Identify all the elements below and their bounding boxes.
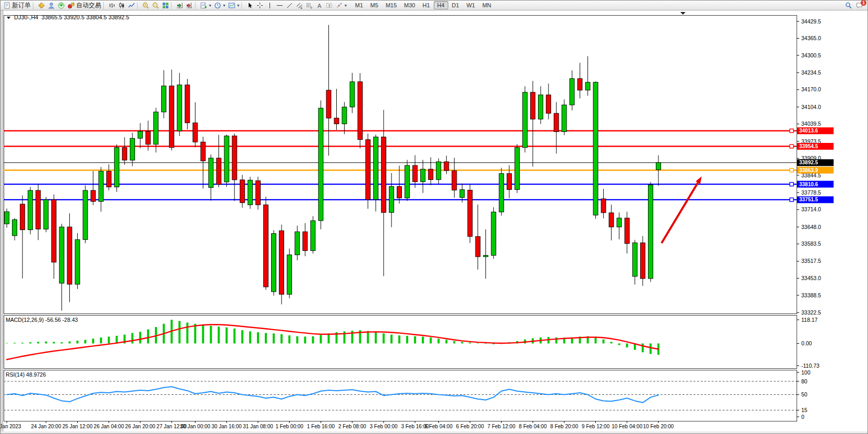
price-tick-label: 33453.0 — [801, 275, 821, 281]
templates-button[interactable]: ▾ — [227, 1, 241, 9]
macd-histogram-bar — [218, 327, 220, 343]
candle — [67, 227, 72, 284]
candle — [303, 232, 308, 250]
candle — [562, 105, 567, 131]
timeframe-m15-button[interactable]: M15 — [382, 1, 400, 9]
time-tick-label: 24 Jan 20:00 — [31, 424, 61, 429]
search-button[interactable] — [845, 2, 852, 9]
candle — [381, 137, 386, 213]
chart-shift-button[interactable] — [185, 1, 194, 9]
timeframe-mn-button[interactable]: MN — [479, 1, 495, 9]
candle — [295, 232, 300, 255]
candle — [507, 174, 511, 190]
channel-button[interactable]: E — [295, 1, 304, 9]
timeframe-h1-button[interactable]: H1 — [419, 1, 433, 9]
macd-histogram-bar — [257, 332, 259, 344]
time-tick-label: 26 Jan 04:00 — [94, 424, 124, 429]
autotrade-icon — [68, 2, 75, 9]
chat-button[interactable]: 1 — [856, 2, 863, 9]
arrows-button[interactable]: ▾ — [334, 1, 348, 9]
candle — [334, 118, 339, 124]
zoom-out-button[interactable] — [151, 1, 161, 9]
tile-windows-button[interactable] — [161, 1, 170, 9]
candle — [546, 95, 551, 113]
macd-histogram-bar — [84, 340, 87, 344]
chevron-down-icon[interactable]: ▾ — [237, 3, 239, 8]
label-button[interactable]: T — [324, 1, 334, 9]
candle-chart-button[interactable] — [117, 1, 127, 9]
price-tick-label: 33517.5 — [801, 258, 821, 264]
chevron-down-icon[interactable]: ▾ — [223, 3, 225, 8]
chart-canvas[interactable]: MACD(12,26,9) -56.56 -28.43RSI(14) 48.97… — [1, 1, 868, 434]
vline-button[interactable] — [265, 1, 275, 9]
time-tick-label: 31 Jan 08:00 — [243, 424, 273, 429]
hline-handle[interactable] — [790, 129, 793, 132]
macd-histogram-bar — [37, 342, 39, 343]
candle — [350, 82, 354, 107]
rsi-label: RSI(14) 48.9726 — [6, 371, 46, 378]
profile-button[interactable] — [46, 1, 56, 9]
signal-icon — [58, 2, 65, 9]
macd-histogram-bar — [288, 335, 290, 343]
crosshair-button[interactable] — [255, 1, 265, 9]
candle — [483, 256, 488, 257]
time-tick-label: 30 Jan 00:00 — [180, 424, 211, 429]
chevron-down-icon[interactable]: ▾ — [209, 3, 211, 8]
price-tick-label: 33778.5 — [801, 189, 821, 196]
timeframe-h4-button[interactable]: H4 — [434, 1, 448, 9]
candle — [640, 243, 645, 279]
text-button[interactable]: A — [314, 1, 324, 9]
svg-text:33954.5: 33954.5 — [799, 143, 818, 149]
candle — [83, 190, 88, 239]
time-tick-label: 3 Feb 00:00 — [370, 424, 398, 429]
macd-histogram-bar — [234, 329, 236, 344]
diamond-icon — [38, 2, 45, 9]
line-chart-button[interactable] — [127, 1, 137, 9]
candle — [287, 255, 292, 295]
hline-handle[interactable] — [790, 144, 793, 148]
cursor-button[interactable] — [245, 1, 255, 9]
candle — [248, 180, 252, 204]
chartshift-icon — [186, 2, 193, 9]
macd-histogram-bar — [92, 339, 94, 343]
time-tick-label: 6 Feb 20:00 — [456, 424, 484, 429]
signal-button[interactable] — [56, 1, 66, 9]
timeframe-m30-button[interactable]: M30 — [400, 1, 419, 9]
timeframe-w1-button[interactable]: W1 — [463, 1, 479, 9]
indicators-button[interactable]: ▾ — [199, 1, 213, 9]
macd-histogram-bar — [320, 335, 322, 343]
search-icon — [845, 2, 852, 9]
timeframe-m1-button[interactable]: M1 — [351, 1, 366, 9]
macd-histogram-bar — [430, 337, 432, 344]
svg-text:E: E — [301, 6, 303, 9]
candle — [20, 204, 25, 230]
timeframe-d1-button[interactable]: D1 — [448, 1, 463, 9]
zoom-in-button[interactable] — [141, 1, 151, 9]
periods-button[interactable]: ▾ — [213, 1, 227, 9]
macd-histogram-bar — [626, 343, 628, 347]
candle — [122, 148, 127, 160]
candle — [405, 165, 410, 198]
bars-icon — [108, 2, 115, 9]
candle — [397, 186, 402, 198]
fibo-icon: F — [306, 2, 313, 9]
auto-scroll-button[interactable] — [175, 1, 185, 9]
fibonacci-button[interactable]: F — [304, 1, 314, 9]
candle — [279, 231, 284, 294]
timeframe-m5-button[interactable]: M5 — [366, 1, 382, 9]
candle — [154, 112, 158, 144]
hline-button[interactable] — [275, 1, 285, 9]
macd-histogram-bar — [469, 343, 471, 344]
hline-handle[interactable] — [790, 168, 793, 172]
hline-handle[interactable] — [790, 183, 793, 186]
bar-chart-button[interactable] — [107, 1, 117, 9]
trendline-button[interactable] — [285, 1, 295, 9]
price-tick-label: 33648.0 — [801, 224, 821, 230]
new-order-button[interactable]: 新订单 — [2, 1, 32, 9]
macd-histogram-bar — [461, 342, 463, 343]
autotrade-button[interactable]: 自动交易 — [66, 1, 103, 9]
market-watch-button[interactable] — [36, 1, 46, 9]
svg-text:100: 100 — [801, 369, 811, 376]
hline-handle[interactable] — [790, 198, 793, 201]
chevron-down-icon[interactable]: ▾ — [345, 3, 347, 8]
